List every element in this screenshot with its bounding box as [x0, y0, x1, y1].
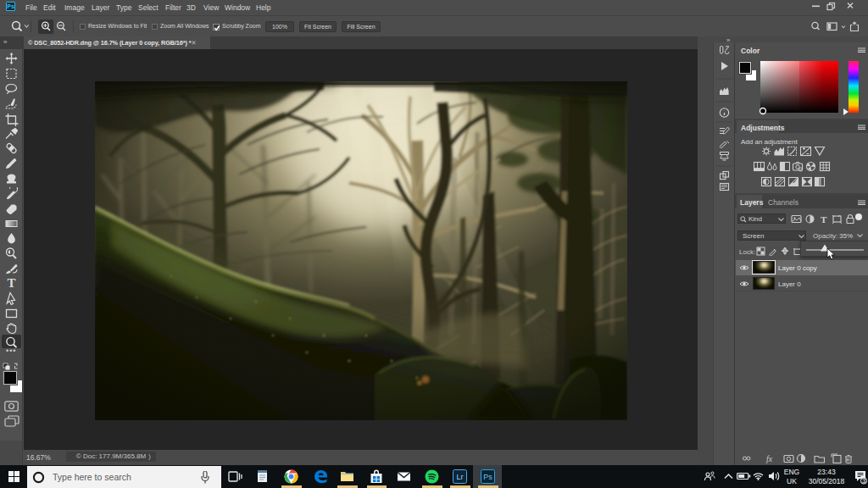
svg-text:fx: fx [766, 454, 773, 463]
svg-text:T: T [821, 214, 827, 225]
svg-text:T: T [7, 276, 15, 290]
svg-text:3: 3 [862, 477, 865, 485]
svg-text:Ps: Ps [483, 473, 492, 481]
svg-text:Lr: Lr [456, 473, 463, 481]
